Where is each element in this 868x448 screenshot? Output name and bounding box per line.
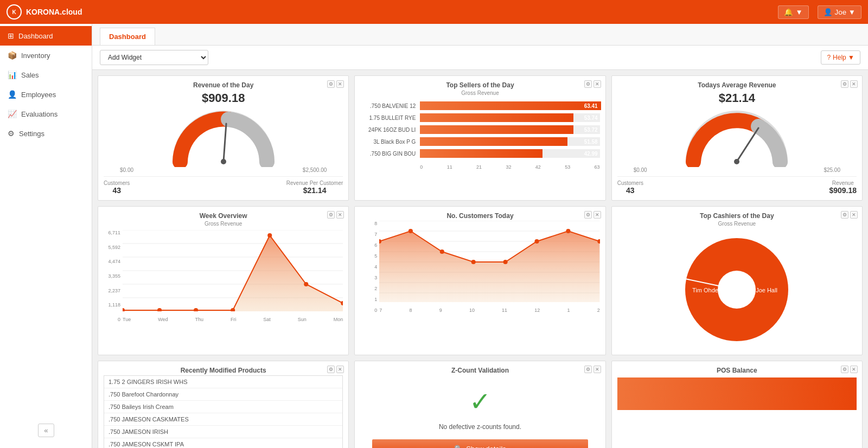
x-label: 10: [469, 308, 475, 313]
x-label: Sat: [263, 317, 271, 322]
sales-icon: 📊: [8, 71, 17, 79]
svg-point-32: [535, 239, 539, 244]
x-label: 7: [379, 308, 382, 313]
dashboard-icon: ⊞: [8, 31, 14, 40]
customers-label: Customers: [104, 180, 130, 186]
widget-close-btn-6[interactable]: ✕: [850, 211, 858, 219]
y-label: 3,355: [104, 273, 120, 279]
widget-close-btn[interactable]: ✕: [336, 80, 344, 88]
y-label: 0: [104, 317, 120, 322]
widget-close-btn-8[interactable]: ✕: [593, 366, 601, 373]
toolbar: Add Widget ? Help ▼: [92, 46, 868, 70]
avg-customers-value: 43: [617, 186, 643, 195]
bar-track: 42.99: [420, 149, 599, 158]
widget-gear-btn-9[interactable]: ⚙: [841, 366, 848, 373]
sidebar-item-sales[interactable]: 📊 Sales: [0, 65, 92, 85]
bar-value: 53.74: [584, 113, 598, 122]
avg-revenue-label: Revenue: [829, 180, 857, 186]
product-item[interactable]: .750 JAMESON CASKMATES: [104, 413, 342, 426]
customers-yaxis: 876543210: [360, 221, 379, 313]
widget-gear-btn-5[interactable]: ⚙: [584, 211, 592, 219]
x-label: Fri: [231, 317, 237, 322]
bar-label: .750 BIG GIN BOU: [360, 151, 420, 157]
sidebar-item-settings[interactable]: ⚙ Settings: [0, 124, 92, 143]
bar-track: 53.74: [420, 113, 599, 122]
sidebar-item-evaluations[interactable]: 📈 Evaluations: [0, 104, 92, 124]
y-label: 6,711: [104, 230, 120, 235]
svg-line-0: [224, 124, 226, 162]
zcount-status: No defective z-counts found.: [439, 423, 521, 431]
axis-label: 11: [447, 164, 452, 170]
product-item[interactable]: .750 JAMESON CSKMT IPA: [104, 438, 342, 448]
avg-max-label: $25.00: [824, 167, 840, 173]
week-chart-area: [123, 230, 343, 311]
product-item[interactable]: .750 JAMESON IRISH: [104, 426, 342, 438]
svg-marker-10: [123, 235, 343, 311]
widget-gear-btn-6[interactable]: ⚙: [841, 211, 848, 219]
widget-close-btn-5[interactable]: ✕: [593, 211, 601, 219]
product-item[interactable]: 1.75 2 GINGERS IRISH WHS: [104, 376, 342, 388]
avg-revenue-right: Revenue $909.18: [829, 180, 857, 195]
top-sellers-chart: .750 BALVENIE 12 63.41 1.75 BULLEIT RYE …: [360, 99, 599, 163]
widget-revenue-day: ⚙ ✕ Revenue of the Day $909.18: [98, 75, 349, 201]
widget-gear-btn-2[interactable]: ⚙: [584, 80, 592, 88]
x-label: Mon: [334, 317, 343, 322]
bar-fill: [420, 125, 573, 134]
bar-value: 42.99: [584, 149, 598, 158]
widget-gear-btn[interactable]: ⚙: [327, 80, 335, 88]
widget-top-sellers-controls: ⚙ ✕: [584, 80, 601, 88]
user-menu-btn[interactable]: 👤 Joe ▼: [818, 5, 861, 19]
widget-gear-btn-7[interactable]: ⚙: [327, 366, 335, 373]
axis-label: 42: [535, 164, 541, 170]
help-label: Help ▼: [833, 54, 854, 61]
rpc-label: Revenue Per Customer: [286, 180, 343, 186]
notification-btn[interactable]: 🔔 ▼: [778, 5, 808, 19]
axis-label: 0: [420, 164, 423, 170]
bar-track: 63.41: [420, 101, 599, 110]
widget-close-btn-4[interactable]: ✕: [336, 211, 344, 219]
revenue-day-title: Revenue of the Day: [104, 81, 343, 89]
bar-fill: [420, 113, 573, 122]
svg-point-29: [440, 249, 444, 254]
sidebar-collapse-btn[interactable]: «: [38, 424, 54, 437]
widget-gear-btn-3[interactable]: ⚙: [841, 80, 848, 88]
logo: K KORONA.cloud: [7, 4, 82, 20]
bar-row: 3L Black Box P G 51.58: [360, 137, 599, 146]
widget-close-btn-3[interactable]: ✕: [850, 80, 858, 88]
widget-close-btn-7[interactable]: ✕: [336, 366, 344, 373]
revenue-day-bottom: Customers 43 Revenue Per Customer $21.14: [104, 176, 343, 195]
widget-zcount: ⚙ ✕ Z-Count Validation ✓ No defective z-…: [354, 361, 605, 448]
inventory-icon: 📦: [8, 51, 17, 60]
search-icon: 🔍: [454, 445, 463, 448]
x-label: 12: [534, 308, 540, 313]
widget-pos-controls: ⚙ ✕: [841, 366, 858, 373]
product-item[interactable]: .750 Baileys Irish Cream: [104, 401, 342, 413]
svg-marker-26: [379, 231, 599, 302]
tab-dashboard[interactable]: Dashboard: [100, 28, 155, 45]
product-item[interactable]: .750 Barefoot Chardonnay: [104, 388, 342, 401]
bell-icon: 🔔: [784, 8, 793, 16]
widget-close-btn-9[interactable]: ✕: [850, 366, 858, 373]
avg-revenue-gauge-labels: $0.00 $25.00: [617, 167, 857, 173]
sidebar-item-employees[interactable]: 👤 Employees: [0, 85, 92, 104]
add-widget-select[interactable]: Add Widget: [100, 50, 208, 65]
svg-point-28: [409, 229, 413, 233]
help-btn[interactable]: ? Help ▼: [821, 50, 860, 65]
customers-chart-wrapper: 876543210: [360, 221, 599, 313]
x-label: Thu: [195, 317, 203, 322]
widget-close-btn-2[interactable]: ✕: [593, 80, 601, 88]
sidebar-item-dashboard[interactable]: ⊞ Dashboard: [0, 26, 92, 46]
app-body: ⊞ Dashboard 📦 Inventory 📊 Sales 👤 Employ…: [0, 24, 868, 448]
sidebar-item-inventory[interactable]: 📦 Inventory: [0, 46, 92, 65]
bar-row: .750 BIG GIN BOU 42.99: [360, 149, 599, 158]
widget-gear-btn-8[interactable]: ⚙: [584, 366, 592, 373]
widget-gear-btn-4[interactable]: ⚙: [327, 211, 335, 219]
x-label: 2: [597, 308, 600, 313]
settings-icon: ⚙: [8, 129, 15, 138]
show-details-btn[interactable]: 🔍 Show details: [372, 439, 588, 448]
bar-label: 3L Black Box P G: [360, 139, 420, 145]
widget-top-cashiers: ⚙ ✕ Top Cashiers of the Day Gross Revenu…: [611, 206, 863, 355]
avg-min-label: $0.00: [634, 167, 647, 173]
axis-label: 53: [565, 164, 570, 170]
customers-chart-area: [379, 221, 599, 302]
